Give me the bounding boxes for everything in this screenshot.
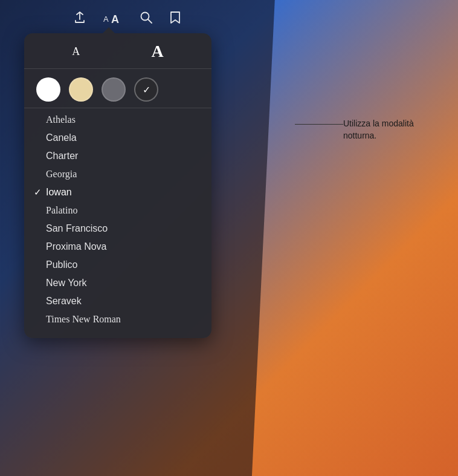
white-theme-button[interactable] xyxy=(36,77,60,102)
svg-text:A: A xyxy=(103,15,109,24)
font-name-publico: Publico xyxy=(46,259,77,270)
font-name-palatino: Palatino xyxy=(46,205,77,216)
font-times-new-roman[interactable]: Times New Roman xyxy=(24,310,211,328)
sepia-theme-button[interactable] xyxy=(69,77,93,102)
font-name-new-york: New York xyxy=(46,278,87,289)
callout-text: Utilizza la modalità notturna. xyxy=(343,118,440,142)
font-georgia[interactable]: Georgia xyxy=(24,165,211,183)
font-settings-panel: A A ✓ Athelas Canela Charter Georgia ✓ I… xyxy=(24,33,211,338)
font-name-athelas: Athelas xyxy=(46,114,76,125)
font-size-icon[interactable]: A A xyxy=(103,11,123,24)
color-swatch-row: ✓ xyxy=(24,69,211,108)
font-name-seravek: Seravek xyxy=(46,296,82,307)
toolbar: A A xyxy=(30,11,224,24)
font-charter[interactable]: Charter xyxy=(24,147,211,165)
dark-theme-button[interactable]: ✓ xyxy=(134,77,158,102)
font-name-iowan: Iowan xyxy=(46,187,72,198)
callout-annotation: Utilizza la modalità notturna. xyxy=(295,118,440,142)
gray-theme-button[interactable] xyxy=(102,77,126,102)
font-name-san-francisco: San Francisco xyxy=(46,223,108,234)
font-san-francisco[interactable]: San Francisco xyxy=(24,220,211,238)
font-canela[interactable]: Canela xyxy=(24,129,211,147)
svg-text:A: A xyxy=(111,13,119,24)
font-name-times-new-roman: Times New Roman xyxy=(46,314,121,325)
font-proxima-nova[interactable]: Proxima Nova xyxy=(24,238,211,256)
font-list: Athelas Canela Charter Georgia ✓ Iowan P… xyxy=(24,108,211,331)
font-name-georgia: Georgia xyxy=(46,169,77,180)
svg-line-3 xyxy=(148,19,152,23)
font-athelas[interactable]: Athelas xyxy=(24,111,211,129)
font-publico[interactable]: Publico xyxy=(24,256,211,274)
font-size-row: A A xyxy=(24,33,211,69)
decrease-font-button[interactable]: A xyxy=(72,45,80,58)
font-name-canela: Canela xyxy=(46,132,77,143)
selected-checkmark: ✓ xyxy=(34,187,42,198)
font-new-york[interactable]: New York xyxy=(24,274,211,292)
increase-font-button[interactable]: A xyxy=(152,42,164,61)
font-name-proxima-nova: Proxima Nova xyxy=(46,241,106,252)
share-icon[interactable] xyxy=(73,11,86,24)
font-name-charter: Charter xyxy=(46,151,78,161)
font-seravek[interactable]: Seravek xyxy=(24,292,211,310)
callout-line xyxy=(295,124,343,125)
font-iowan[interactable]: ✓ Iowan xyxy=(24,183,211,201)
bookmark-icon[interactable] xyxy=(170,11,181,24)
font-palatino[interactable]: Palatino xyxy=(24,201,211,220)
search-icon[interactable] xyxy=(140,11,153,24)
